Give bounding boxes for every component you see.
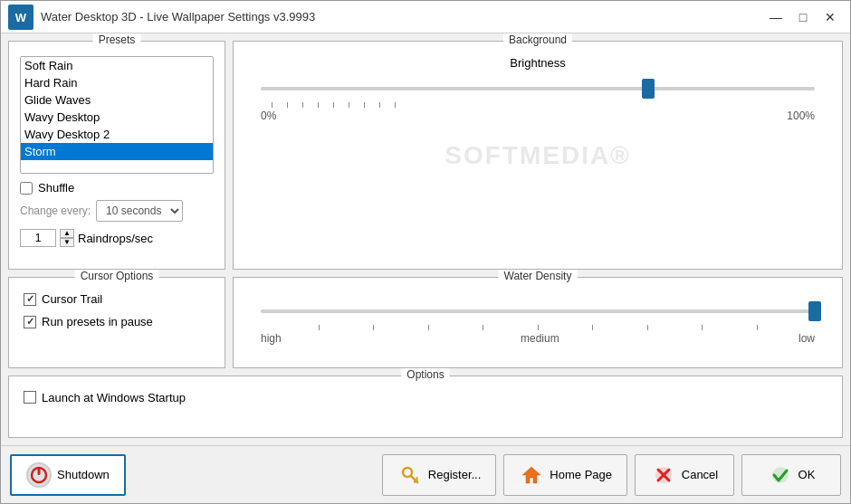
brightness-thumb[interactable] (642, 79, 655, 99)
close-button[interactable]: ✕ (818, 6, 843, 28)
raindrops-input[interactable] (20, 229, 56, 247)
presets-list[interactable]: Soft Rain Hard Rain Glide Waves Wavy Des… (20, 56, 214, 174)
maximize-button[interactable]: □ (790, 6, 816, 28)
background-panel: Background SOFTMEDIA® Brightness (233, 41, 843, 270)
options-title: Options (401, 368, 449, 381)
options-panel: Options Launch at Windows Startup (8, 376, 843, 438)
ok-icon (768, 462, 793, 488)
launch-startup-label: Launch at Windows Startup (42, 391, 186, 404)
water-density-labels: high medium low (261, 332, 815, 345)
run-presets-label: Run presets in pause (42, 315, 153, 328)
shutdown-label: Shutdown (57, 468, 110, 481)
svg-text:W: W (15, 11, 27, 24)
title-text: Water Desktop 3D - Live Wallpaper Settin… (41, 10, 763, 24)
change-every-select[interactable]: 5 seconds 10 seconds 30 seconds 1 minute… (96, 200, 183, 222)
raindrops-row: ▲ ▼ Raindrops/sec (20, 229, 214, 247)
water-density-medium-label: medium (521, 332, 559, 345)
tick-marks (264, 102, 403, 108)
svg-marker-8 (522, 467, 540, 483)
brightness-label: Brightness (252, 56, 824, 70)
shuffle-row: Shuffle (20, 181, 214, 195)
brightness-min-label: 0% (261, 109, 276, 122)
cursor-options-panel: Cursor Options Cursor Trail Run presets … (8, 277, 225, 367)
water-density-slider-container: high medium low (252, 298, 824, 345)
main-content: Presets Soft Rain Hard Rain Glide Waves … (1, 33, 850, 445)
main-window: W Water Desktop 3D - Live Wallpaper Sett… (0, 0, 851, 504)
title-bar: W Water Desktop 3D - Live Wallpaper Sett… (1, 1, 850, 33)
cursor-options-title: Cursor Options (75, 270, 159, 282)
ok-button[interactable]: OK (741, 454, 841, 496)
register-button[interactable]: Register... (382, 454, 497, 496)
launch-startup-checkbox[interactable] (24, 391, 36, 404)
spin-up-button[interactable]: ▲ (60, 229, 74, 238)
run-presets-checkbox[interactable] (24, 316, 36, 328)
presets-controls: Shuffle Change every: 5 seconds 10 secon… (20, 181, 214, 247)
svg-rect-3 (38, 468, 41, 475)
change-every-label: Change every: (20, 204, 91, 217)
key-icon (397, 462, 423, 488)
minimize-button[interactable]: — (763, 6, 789, 28)
water-density-thumb[interactable] (808, 301, 821, 321)
raindrops-label: Raindrops/sec (78, 232, 153, 245)
presets-title: Presets (93, 33, 141, 46)
homepage-label: Home Page (550, 468, 612, 481)
home-icon (519, 462, 544, 488)
water-density-low-label: low (798, 332, 815, 345)
ok-label: OK (798, 468, 816, 481)
list-item[interactable]: Wavy Desktop (21, 109, 213, 126)
list-item[interactable]: Soft Rain (21, 57, 213, 74)
list-item[interactable]: Hard Rain (21, 74, 213, 91)
list-item[interactable]: Storm (21, 143, 213, 160)
brightness-slider-container: 0% 100% (252, 75, 824, 122)
footer: Shutdown Register... Home Page (1, 445, 850, 503)
cancel-icon (651, 462, 676, 488)
brightness-labels: 0% 100% (261, 109, 815, 122)
list-item[interactable]: Glide Waves (21, 91, 213, 109)
cursor-trail-label: Cursor Trail (42, 292, 102, 306)
water-density-title: Water Density (499, 270, 578, 282)
change-every-row: Change every: 5 seconds 10 seconds 30 se… (20, 200, 214, 222)
spin-down-button[interactable]: ▼ (60, 238, 74, 247)
run-presets-row: Run presets in pause (24, 315, 210, 328)
cursor-trail-checkbox[interactable] (24, 293, 36, 306)
title-controls: — □ ✕ (763, 6, 843, 28)
background-title: Background (503, 33, 572, 46)
watermark: SOFTMEDIA® (445, 141, 631, 170)
app-icon: W (8, 5, 33, 30)
water-density-panel: Water Density (233, 277, 843, 367)
shutdown-icon (26, 462, 52, 488)
register-label: Register... (428, 468, 482, 481)
cancel-button[interactable]: Cancel (635, 454, 734, 496)
brightness-max-label: 100% (787, 109, 815, 122)
presets-panel: Presets Soft Rain Hard Rain Glide Waves … (8, 41, 225, 270)
shutdown-button[interactable]: Shutdown (10, 454, 126, 496)
shuffle-label: Shuffle (38, 181, 74, 195)
cursor-trail-row: Cursor Trail (24, 292, 210, 306)
list-item[interactable]: Wavy Desktop 2 (21, 126, 213, 143)
water-density-high-label: high (261, 332, 282, 345)
cancel-label: Cancel (682, 468, 718, 481)
homepage-button[interactable]: Home Page (503, 454, 627, 496)
spin-buttons: ▲ ▼ (60, 229, 74, 247)
shuffle-checkbox[interactable] (20, 182, 33, 195)
launch-startup-row: Launch at Windows Startup (24, 391, 827, 404)
